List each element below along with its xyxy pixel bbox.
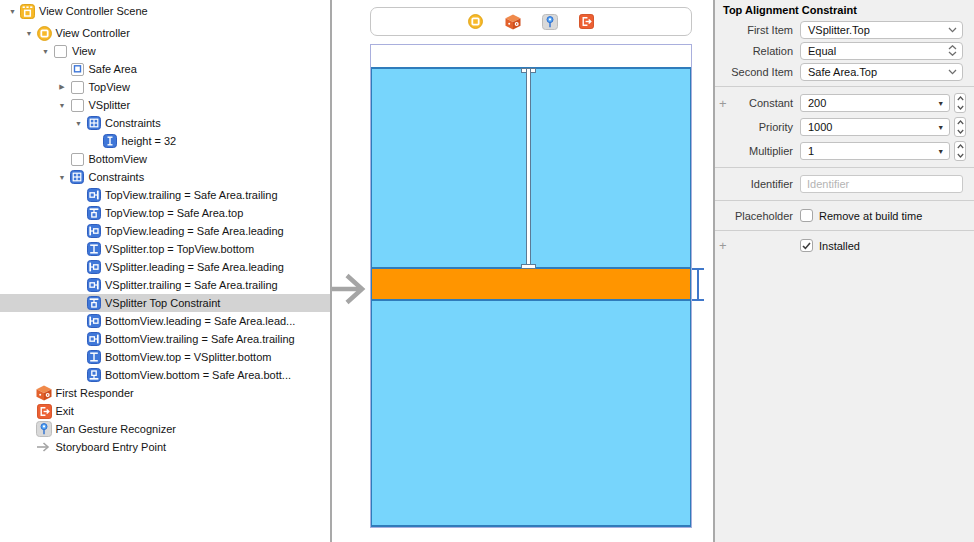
priority-value: 1000 [808, 121, 937, 133]
outline-row[interactable]: Storyboard Entry Point [0, 438, 330, 456]
outline-row[interactable]: ▼View [0, 42, 330, 60]
disclosure-triangle-icon[interactable]: ▼ [39, 48, 52, 55]
outline-row-label: height = 32 [122, 135, 177, 147]
outline-rows: ▼View Controller Scene▼View Controller▼V… [0, 0, 330, 456]
view-controller-frame[interactable] [370, 44, 692, 528]
outline-row[interactable]: TopView.leading = Safe Area.leading [0, 222, 330, 240]
checkmark-icon [802, 242, 811, 250]
relation-popup[interactable]: Equal [800, 42, 963, 60]
remove-at-build-time-checkbox[interactable] [800, 209, 813, 222]
multiplier-stepper[interactable] [954, 141, 966, 161]
outline-row[interactable]: TopView.top = Safe Area.top [0, 204, 330, 222]
outline-row[interactable]: VSplitter.trailing = Safe Area.trailing [0, 276, 330, 294]
outline-row-label: BottomView.trailing = Safe Area.trailing [105, 333, 295, 345]
add-constant-variation-button[interactable]: + [719, 91, 727, 115]
constant-stepper[interactable] [954, 93, 966, 113]
disclosure-triangle-icon[interactable]: ▼ [56, 174, 69, 181]
priority-stepper[interactable] [954, 117, 966, 137]
add-installed-variation-button[interactable]: + [719, 235, 727, 256]
outline-row[interactable]: ▼View Controller Scene [0, 2, 330, 20]
disclosure-triangle-icon[interactable]: ▶ [56, 83, 69, 91]
vspace-icon [85, 242, 102, 256]
multiplier-row: Multiplier 1 ▼ [715, 139, 966, 163]
outline-row[interactable]: Pan Gesture Recognizer [0, 420, 330, 438]
multiplier-value: 1 [808, 145, 937, 157]
installed-checkbox[interactable] [800, 239, 813, 252]
outline-row-label: BottomView.leading = Safe Area.lead... [105, 315, 295, 327]
second-item-popup[interactable]: Safe Area.Top [800, 63, 963, 81]
attributes-inspector-pane: Top Alignment Constraint First Item VSpl… [715, 0, 974, 542]
outline-row[interactable]: height = 32 [0, 132, 330, 150]
outline-row-label: Pan Gesture Recognizer [56, 423, 176, 435]
outline-row[interactable]: ▶TopView [0, 78, 330, 96]
disclosure-triangle-icon[interactable]: ▼ [6, 8, 19, 15]
priority-combobox[interactable]: 1000 ▼ [800, 118, 950, 136]
identifier-input[interactable] [800, 175, 963, 193]
outline-row[interactable]: Exit [0, 402, 330, 420]
outline-row-label: BottomView [89, 153, 148, 165]
disclosure-triangle-icon[interactable]: ▼ [56, 102, 69, 109]
top-view[interactable] [372, 69, 690, 267]
height-constraint-ibeam-bottom-cap[interactable] [692, 299, 704, 301]
outline-row-label: TopView.trailing = Safe Area.trailing [105, 189, 278, 201]
exit-icon[interactable] [578, 13, 595, 30]
leading-icon [85, 224, 102, 238]
outline-row[interactable]: BottomView.top = VSplitter.bottom [0, 348, 330, 366]
second-item-row: Second Item Safe Area.Top [715, 61, 966, 82]
multiplier-combobox[interactable]: 1 ▼ [800, 142, 950, 160]
stepper-down-icon [957, 105, 964, 110]
storyboard-entry-arrow[interactable] [332, 269, 374, 309]
stepper-down-icon [957, 129, 964, 134]
pan-gesture-icon[interactable] [541, 13, 558, 30]
outline-row-label: View [72, 45, 96, 57]
outline-row[interactable]: ▼View Controller [0, 24, 330, 42]
outline-row[interactable]: ▼Constraints [0, 168, 330, 186]
xcode-interface-builder: ▼View Controller Scene▼View Controller▼V… [0, 0, 974, 542]
first-responder-icon[interactable] [504, 13, 521, 30]
outline-row[interactable]: TopView.trailing = Safe Area.trailing [0, 186, 330, 204]
scene-icon [19, 4, 36, 19]
dropdown-arrow-icon: ▼ [937, 124, 944, 131]
selected-constraint-ibeam-bottom-cap[interactable] [521, 264, 536, 269]
priority-row: Priority 1000 ▼ [715, 115, 966, 139]
outline-row[interactable]: BottomView.bottom = Safe Area.bott... [0, 366, 330, 384]
scene-dock [370, 7, 692, 36]
outline-row[interactable]: ▼Constraints [0, 114, 330, 132]
first-item-popup[interactable]: VSplitter.Top [800, 21, 963, 39]
placeholder-label: Placeholder [715, 210, 793, 222]
chevron-up-down-icon [948, 45, 957, 56]
outline-row[interactable]: BottomView.leading = Safe Area.lead... [0, 312, 330, 330]
constant-label: Constant [715, 97, 793, 109]
separator [715, 200, 974, 201]
document-outline-pane: ▼View Controller Scene▼View Controller▼V… [0, 0, 330, 542]
first-item-row: First Item VSplitter.Top [715, 19, 966, 40]
outline-row[interactable]: ▼VSplitter [0, 96, 330, 114]
constant-combobox[interactable]: 200 ▼ [800, 94, 950, 112]
disclosure-triangle-icon[interactable]: ▼ [72, 120, 85, 127]
constant-row: + Constant 200 ▼ [715, 91, 966, 115]
disclosure-triangle-icon[interactable]: ▼ [23, 30, 36, 37]
storyboard-canvas[interactable] [332, 0, 713, 542]
relation-label: Relation [715, 45, 793, 57]
height-constraint-ibeam[interactable] [697, 268, 699, 301]
bottom-view[interactable] [372, 301, 690, 525]
outline-row-label: View Controller Scene [39, 5, 148, 17]
selected-constraint-ibeam[interactable] [526, 68, 531, 269]
placeholder-row: Placeholder Remove at build time [715, 205, 966, 226]
outline-row[interactable]: BottomView [0, 150, 330, 168]
outline-row[interactable]: VSplitter Top Constraint [0, 294, 330, 312]
outline-row-label: Storyboard Entry Point [56, 441, 167, 453]
outline-row[interactable]: VSplitter.leading = Safe Area.leading [0, 258, 330, 276]
installed-label: Installed [819, 240, 860, 252]
outline-row[interactable]: Safe Area [0, 60, 330, 78]
outline-row-label: View Controller [56, 27, 130, 39]
outline-row[interactable]: VSplitter.top = TopView.bottom [0, 240, 330, 258]
top-icon [85, 296, 102, 310]
outline-row[interactable]: First Responder [0, 384, 330, 402]
view-icon [69, 99, 86, 112]
vsplitter-view[interactable] [372, 269, 690, 299]
view-controller-icon[interactable] [467, 13, 484, 30]
separator [715, 230, 974, 231]
outline-row[interactable]: BottomView.trailing = Safe Area.trailing [0, 330, 330, 348]
root-view[interactable] [371, 67, 691, 527]
